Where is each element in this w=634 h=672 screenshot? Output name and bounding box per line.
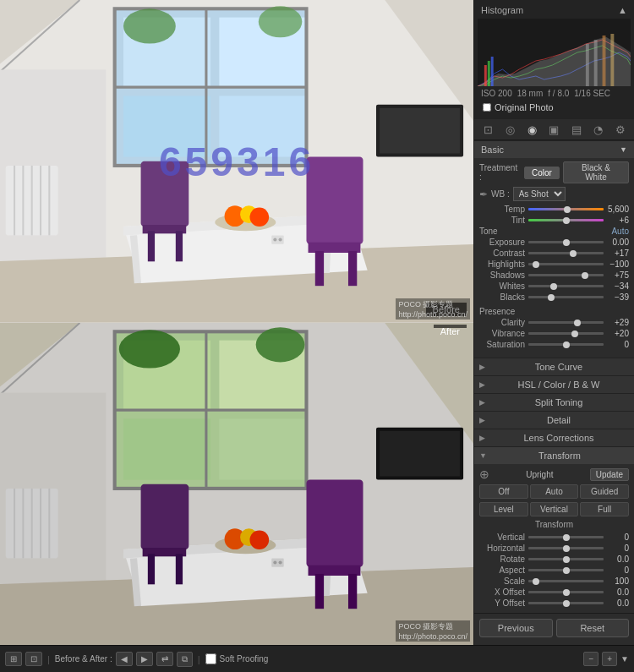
- blacks-thumb[interactable]: [548, 294, 555, 301]
- svg-rect-68: [348, 573, 357, 608]
- yoffset-track[interactable]: [528, 602, 604, 604]
- shadows-value: +75: [604, 270, 629, 280]
- redeye-tool-icon[interactable]: ◉: [523, 123, 540, 136]
- highlights-label: Highlights: [479, 260, 528, 269]
- xoffset-track[interactable]: [528, 591, 604, 593]
- tint-track[interactable]: [528, 219, 604, 221]
- radial-tool-icon[interactable]: ◔: [590, 123, 607, 136]
- scale-thumb[interactable]: [533, 578, 539, 585]
- reset-button[interactable]: Reset: [556, 619, 630, 637]
- upright-level-btn[interactable]: Level: [479, 502, 528, 516]
- aspect-track[interactable]: [528, 569, 604, 571]
- clarity-track[interactable]: [528, 321, 604, 324]
- rotate-track[interactable]: [528, 558, 604, 560]
- contrast-track[interactable]: [528, 252, 604, 254]
- whites-label: Whites: [479, 281, 528, 291]
- loupe-view-btn[interactable]: ⊡: [25, 652, 42, 666]
- vertical-value: 0: [604, 533, 629, 542]
- svg-rect-61: [141, 484, 189, 549]
- vertical-thumb[interactable]: [563, 534, 570, 541]
- lens-corrections-header[interactable]: ▶ Lens Corrections: [474, 429, 634, 446]
- wb-label: WB :: [491, 189, 510, 199]
- tone-curve-header[interactable]: ▶ Tone Curve: [474, 358, 634, 375]
- crop-tool-icon[interactable]: ⊡: [479, 123, 496, 136]
- previous-button[interactable]: Previous: [479, 619, 553, 637]
- transform-header[interactable]: ▼ Transform: [474, 446, 634, 464]
- vertical-label: Vertical: [479, 533, 528, 542]
- tint-thumb[interactable]: [563, 217, 570, 224]
- vibrance-track[interactable]: [528, 332, 604, 335]
- highlights-track[interactable]: [528, 263, 604, 265]
- eyedropper-icon[interactable]: ✒: [479, 188, 488, 200]
- basic-section-header[interactable]: Basic ▼: [474, 140, 634, 158]
- yoffset-thumb[interactable]: [563, 600, 570, 607]
- rotate-thumb[interactable]: [563, 556, 570, 563]
- svg-rect-21: [148, 231, 155, 261]
- svg-point-54: [256, 327, 305, 362]
- horizontal-slider-row: Horizontal 0: [479, 544, 629, 553]
- contrast-thumb[interactable]: [570, 250, 577, 257]
- shadows-thumb[interactable]: [582, 272, 588, 279]
- upright-label: Upright: [526, 470, 553, 479]
- upright-auto-btn[interactable]: Auto: [530, 484, 579, 499]
- settings-tool-icon[interactable]: ⚙: [612, 123, 629, 136]
- contrast-value: +17: [604, 249, 629, 258]
- vertical-track[interactable]: [528, 536, 604, 538]
- whites-track[interactable]: [528, 285, 604, 287]
- shadows-track[interactable]: [528, 274, 604, 276]
- yoffset-slider-row: Y Offset 0.0: [479, 598, 629, 608]
- vibrance-thumb[interactable]: [571, 331, 578, 337]
- saturation-track[interactable]: [528, 343, 604, 346]
- split-toning-header[interactable]: ▶ Split Toning: [474, 393, 634, 411]
- prev-reset-row: Previous Reset: [474, 613, 634, 642]
- histogram-arrow[interactable]: ▲: [618, 5, 627, 15]
- clarity-thumb[interactable]: [574, 320, 581, 326]
- hsl-header[interactable]: ▶ HSL / Color / B & W: [474, 375, 634, 393]
- brush-tool-icon[interactable]: ▣: [545, 123, 562, 136]
- highlights-thumb[interactable]: [533, 261, 539, 268]
- upright-guided-btn[interactable]: Guided: [580, 484, 629, 499]
- treatment-row: Treatment : Color Black & White: [479, 161, 629, 183]
- shadows-label: Shadows: [479, 270, 528, 280]
- upright-full-btn[interactable]: Full: [580, 502, 629, 516]
- whites-thumb[interactable]: [550, 283, 557, 290]
- spot-tool-icon[interactable]: ◎: [501, 123, 518, 136]
- zoom-in-btn[interactable]: +: [602, 652, 617, 666]
- vibrance-row: Vibrance +20: [479, 329, 629, 338]
- basic-label: Basic: [481, 145, 504, 155]
- exposure-track[interactable]: [528, 241, 604, 243]
- xoffset-thumb[interactable]: [563, 589, 570, 596]
- upright-off-btn[interactable]: Off: [479, 484, 528, 499]
- photo-watermark: 659316: [159, 138, 314, 184]
- wb-select[interactable]: As Shot: [513, 187, 566, 201]
- svg-point-12: [259, 6, 303, 37]
- upright-vertical-btn[interactable]: Vertical: [530, 502, 579, 516]
- temp-track[interactable]: [528, 208, 604, 210]
- horizontal-track[interactable]: [528, 547, 604, 549]
- grid-view-btn[interactable]: ⊞: [5, 652, 22, 666]
- grad-tool-icon[interactable]: ▤: [568, 123, 585, 136]
- toolbar-sep1: |: [47, 654, 50, 664]
- exposure-thumb[interactable]: [563, 239, 570, 246]
- ba-swap-btn[interactable]: ⇄: [156, 652, 173, 666]
- bw-treatment-btn[interactable]: Black & White: [563, 161, 629, 183]
- update-button[interactable]: Update: [590, 468, 629, 481]
- soft-proofing-checkbox[interactable]: [205, 653, 216, 664]
- scale-track[interactable]: [528, 580, 604, 582]
- ba-left-btn[interactable]: ◀: [116, 652, 133, 666]
- transform-sliders-title: Transform: [479, 520, 629, 529]
- original-photo-checkbox[interactable]: [483, 103, 491, 112]
- horizontal-thumb[interactable]: [563, 545, 570, 552]
- color-treatment-btn[interactable]: Color: [524, 167, 560, 179]
- aspect-thumb[interactable]: [563, 567, 570, 574]
- saturation-thumb[interactable]: [563, 341, 570, 348]
- ba-right-btn[interactable]: ▶: [136, 652, 153, 666]
- ba-copy-btn[interactable]: ⧉: [177, 652, 193, 667]
- zoom-out-btn[interactable]: −: [583, 652, 598, 666]
- before-after-label: Before & After :: [55, 654, 112, 664]
- split-toning-triangle: ▶: [479, 398, 485, 407]
- svg-rect-85: [484, 65, 487, 86]
- blacks-track[interactable]: [528, 296, 604, 298]
- temp-thumb[interactable]: [564, 206, 571, 213]
- detail-header[interactable]: ▶ Detail: [474, 411, 634, 429]
